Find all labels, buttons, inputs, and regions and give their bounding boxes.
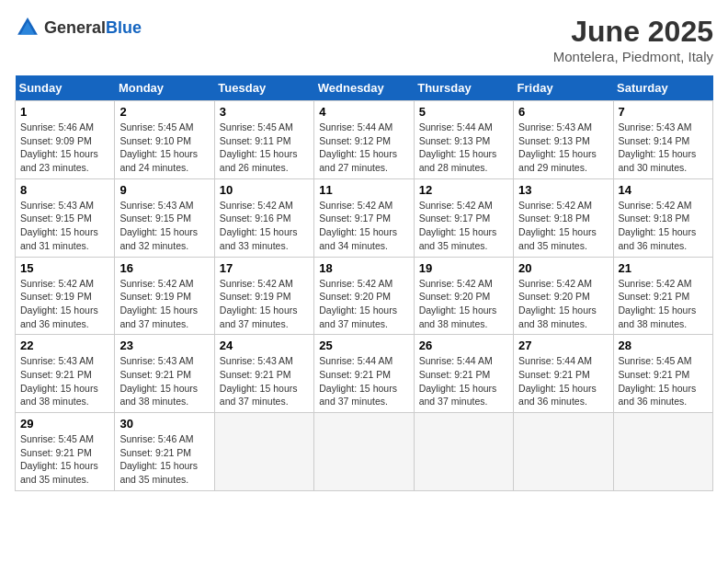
day-number: 8 (20, 183, 109, 197)
calendar-header-row: Sunday Monday Tuesday Wednesday Thursday… (16, 75, 713, 101)
calendar-week-row: 1 Sunrise: 5:46 AMSunset: 9:09 PMDayligh… (16, 101, 713, 179)
day-detail: Sunrise: 5:42 AMSunset: 9:18 PMDaylight:… (518, 199, 608, 253)
logo-icon (15, 15, 40, 40)
day-detail: Sunrise: 5:43 AMSunset: 9:21 PMDaylight:… (20, 354, 109, 408)
day-number: 4 (319, 105, 408, 119)
day-detail: Sunrise: 5:45 AMSunset: 9:21 PMDaylight:… (619, 354, 708, 408)
table-row: 23 Sunrise: 5:43 AMSunset: 9:21 PMDaylig… (115, 335, 214, 413)
col-tuesday: Tuesday (214, 75, 313, 101)
table-row: 22 Sunrise: 5:43 AMSunset: 9:21 PMDaylig… (16, 335, 115, 413)
table-row: 1 Sunrise: 5:46 AMSunset: 9:09 PMDayligh… (16, 101, 115, 179)
table-row: 15 Sunrise: 5:42 AMSunset: 9:19 PMDaylig… (16, 257, 115, 335)
day-number: 27 (518, 339, 608, 352)
table-row: 25 Sunrise: 5:44 AMSunset: 9:21 PMDaylig… (314, 335, 414, 413)
day-number: 16 (119, 261, 209, 275)
col-sunday: Sunday (16, 75, 115, 101)
day-number: 12 (419, 183, 508, 197)
day-number: 3 (220, 105, 309, 119)
table-row: 28 Sunrise: 5:45 AMSunset: 9:21 PMDaylig… (613, 335, 712, 413)
day-number: 7 (619, 105, 708, 119)
day-detail: Sunrise: 5:43 AMSunset: 9:14 PMDaylight:… (619, 121, 708, 175)
day-detail: Sunrise: 5:43 AMSunset: 9:15 PMDaylight:… (20, 199, 109, 253)
day-number: 20 (518, 261, 608, 275)
table-row: 7 Sunrise: 5:43 AMSunset: 9:14 PMDayligh… (613, 101, 712, 179)
table-row (314, 413, 414, 491)
day-number: 23 (119, 339, 209, 352)
table-row: 19 Sunrise: 5:42 AMSunset: 9:20 PMDaylig… (414, 257, 513, 335)
calendar-week-row: 29 Sunrise: 5:45 AMSunset: 9:21 PMDaylig… (16, 413, 713, 491)
day-number: 19 (419, 261, 508, 275)
table-row: 30 Sunrise: 5:46 AMSunset: 9:21 PMDaylig… (115, 413, 214, 491)
table-row: 24 Sunrise: 5:43 AMSunset: 9:21 PMDaylig… (214, 335, 313, 413)
table-row: 20 Sunrise: 5:42 AMSunset: 9:20 PMDaylig… (514, 257, 613, 335)
day-detail: Sunrise: 5:42 AMSunset: 9:20 PMDaylight:… (518, 277, 608, 331)
day-detail: Sunrise: 5:42 AMSunset: 9:19 PMDaylight:… (220, 277, 309, 331)
calendar-week-row: 15 Sunrise: 5:42 AMSunset: 9:19 PMDaylig… (16, 257, 713, 335)
table-row: 11 Sunrise: 5:42 AMSunset: 9:17 PMDaylig… (314, 178, 414, 257)
table-row: 2 Sunrise: 5:45 AMSunset: 9:10 PMDayligh… (115, 101, 214, 179)
table-row: 10 Sunrise: 5:42 AMSunset: 9:16 PMDaylig… (214, 178, 313, 257)
day-detail: Sunrise: 5:42 AMSunset: 9:19 PMDaylight:… (119, 277, 209, 331)
table-row: 21 Sunrise: 5:42 AMSunset: 9:21 PMDaylig… (613, 257, 712, 335)
table-row: 8 Sunrise: 5:43 AMSunset: 9:15 PMDayligh… (16, 178, 115, 257)
table-row: 27 Sunrise: 5:44 AMSunset: 9:21 PMDaylig… (514, 335, 613, 413)
day-detail: Sunrise: 5:45 AMSunset: 9:10 PMDaylight:… (119, 121, 209, 175)
table-row: 29 Sunrise: 5:45 AMSunset: 9:21 PMDaylig… (16, 413, 115, 491)
day-detail: Sunrise: 5:45 AMSunset: 9:11 PMDaylight:… (220, 121, 309, 175)
day-detail: Sunrise: 5:44 AMSunset: 9:21 PMDaylight:… (319, 354, 408, 408)
day-detail: Sunrise: 5:42 AMSunset: 9:18 PMDaylight:… (619, 199, 708, 253)
day-detail: Sunrise: 5:46 AMSunset: 9:09 PMDaylight:… (20, 121, 109, 175)
day-detail: Sunrise: 5:42 AMSunset: 9:19 PMDaylight:… (20, 277, 109, 331)
location-subtitle: Montelera, Piedmont, Italy (553, 49, 713, 64)
day-number: 6 (518, 105, 608, 119)
day-number: 18 (319, 261, 408, 275)
col-friday: Friday (514, 75, 613, 101)
day-number: 22 (20, 339, 109, 352)
table-row (414, 413, 513, 491)
logo: GeneralBlue (15, 15, 142, 40)
day-number: 11 (319, 183, 408, 197)
day-number: 10 (220, 183, 309, 197)
day-detail: Sunrise: 5:46 AMSunset: 9:21 PMDaylight:… (119, 432, 209, 487)
table-row: 18 Sunrise: 5:42 AMSunset: 9:20 PMDaylig… (314, 257, 414, 335)
table-row: 14 Sunrise: 5:42 AMSunset: 9:18 PMDaylig… (613, 178, 712, 257)
day-number: 9 (119, 183, 209, 197)
table-row: 3 Sunrise: 5:45 AMSunset: 9:11 PMDayligh… (214, 101, 313, 179)
calendar-week-row: 8 Sunrise: 5:43 AMSunset: 9:15 PMDayligh… (16, 178, 713, 257)
table-row (613, 413, 712, 491)
day-detail: Sunrise: 5:44 AMSunset: 9:21 PMDaylight:… (518, 354, 608, 408)
day-number: 17 (220, 261, 309, 275)
day-detail: Sunrise: 5:42 AMSunset: 9:20 PMDaylight:… (319, 277, 408, 331)
col-saturday: Saturday (613, 75, 712, 101)
day-number: 30 (119, 417, 209, 431)
calendar-week-row: 22 Sunrise: 5:43 AMSunset: 9:21 PMDaylig… (16, 335, 713, 413)
day-number: 21 (619, 261, 708, 275)
table-row (514, 413, 613, 491)
day-number: 29 (20, 417, 109, 431)
page-header: GeneralBlue June 2025 Montelera, Piedmon… (15, 15, 713, 64)
table-row: 4 Sunrise: 5:44 AMSunset: 9:12 PMDayligh… (314, 101, 414, 179)
day-detail: Sunrise: 5:43 AMSunset: 9:15 PMDaylight:… (119, 199, 209, 253)
logo-general: General (44, 18, 106, 37)
table-row: 13 Sunrise: 5:42 AMSunset: 9:18 PMDaylig… (514, 178, 613, 257)
day-number: 13 (518, 183, 608, 197)
day-detail: Sunrise: 5:42 AMSunset: 9:17 PMDaylight:… (319, 199, 408, 253)
table-row (214, 413, 313, 491)
day-number: 25 (319, 339, 408, 352)
day-number: 2 (119, 105, 209, 119)
calendar-table: Sunday Monday Tuesday Wednesday Thursday… (15, 75, 713, 491)
title-area: June 2025 Montelera, Piedmont, Italy (553, 15, 713, 64)
day-detail: Sunrise: 5:43 AMSunset: 9:21 PMDaylight:… (220, 354, 309, 408)
col-monday: Monday (115, 75, 214, 101)
day-detail: Sunrise: 5:45 AMSunset: 9:21 PMDaylight:… (20, 432, 109, 487)
day-number: 15 (20, 261, 109, 275)
day-number: 5 (419, 105, 508, 119)
day-detail: Sunrise: 5:42 AMSunset: 9:16 PMDaylight:… (220, 199, 309, 253)
day-number: 14 (619, 183, 708, 197)
table-row: 5 Sunrise: 5:44 AMSunset: 9:13 PMDayligh… (414, 101, 513, 179)
col-wednesday: Wednesday (314, 75, 414, 101)
day-detail: Sunrise: 5:43 AMSunset: 9:13 PMDaylight:… (518, 121, 608, 175)
table-row: 26 Sunrise: 5:44 AMSunset: 9:21 PMDaylig… (414, 335, 513, 413)
day-detail: Sunrise: 5:42 AMSunset: 9:20 PMDaylight:… (419, 277, 508, 331)
day-detail: Sunrise: 5:42 AMSunset: 9:17 PMDaylight:… (419, 199, 508, 253)
